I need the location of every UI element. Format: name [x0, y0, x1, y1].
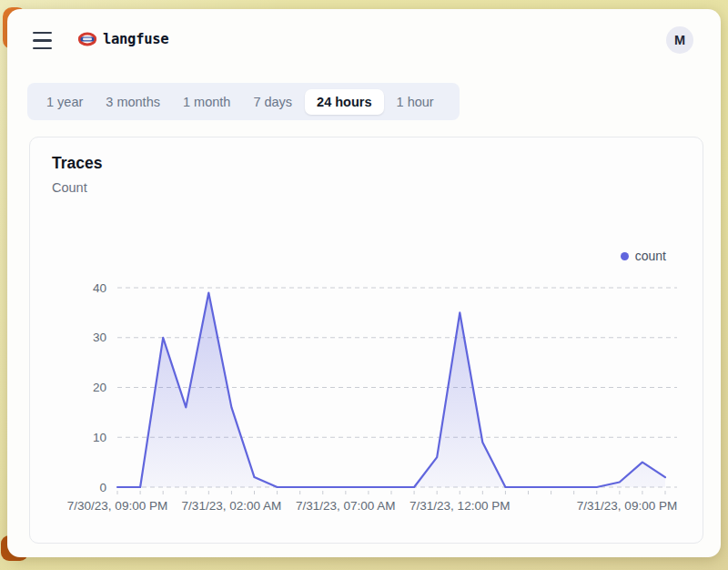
menu-bar — [33, 32, 52, 34]
traces-card: Traces Count count 0102030407/30/23, 09:… — [29, 137, 703, 544]
svg-text:7/30/23, 09:00 PM: 7/30/23, 09:00 PM — [67, 499, 167, 513]
time-range-tabs: 1 year 3 months 1 month 7 days 24 hours … — [27, 83, 460, 120]
svg-text:7/31/23, 12:00 PM: 7/31/23, 12:00 PM — [410, 499, 510, 513]
langfuse-logo-icon — [78, 32, 96, 46]
brand[interactable]: langfuse — [78, 31, 168, 47]
svg-text:7/31/23, 09:00 PM: 7/31/23, 09:00 PM — [577, 499, 677, 513]
svg-text:10: 10 — [93, 431, 106, 444]
brand-name: langfuse — [103, 31, 168, 47]
menu-bar — [33, 47, 52, 49]
tab-3-months[interactable]: 3 months — [96, 89, 170, 115]
tab-1-hour[interactable]: 1 hour — [387, 89, 444, 115]
svg-text:40: 40 — [93, 281, 106, 295]
tab-7-days[interactable]: 7 days — [243, 89, 302, 115]
svg-text:7/31/23, 02:00 AM: 7/31/23, 02:00 AM — [182, 499, 282, 513]
svg-text:0: 0 — [99, 481, 106, 494]
avatar-initial: M — [674, 33, 685, 47]
traces-area-chart: 0102030407/30/23, 09:00 PM7/31/23, 02:00… — [30, 137, 703, 543]
tab-1-year[interactable]: 1 year — [36, 89, 93, 115]
tab-1-month[interactable]: 1 month — [173, 89, 240, 115]
svg-text:30: 30 — [93, 331, 106, 344]
svg-text:20: 20 — [93, 381, 106, 394]
user-avatar[interactable]: M — [666, 26, 693, 54]
desktop-background: langfuse M 1 year 3 months 1 month 7 day… — [0, 0, 728, 570]
app-window: langfuse M 1 year 3 months 1 month 7 day… — [7, 9, 721, 557]
app-header: langfuse M — [7, 9, 721, 73]
svg-text:7/31/23, 07:00 AM: 7/31/23, 07:00 AM — [296, 499, 396, 513]
menu-bar — [33, 39, 52, 41]
menu-button[interactable] — [33, 32, 53, 49]
tab-24-hours[interactable]: 24 hours — [305, 89, 383, 115]
